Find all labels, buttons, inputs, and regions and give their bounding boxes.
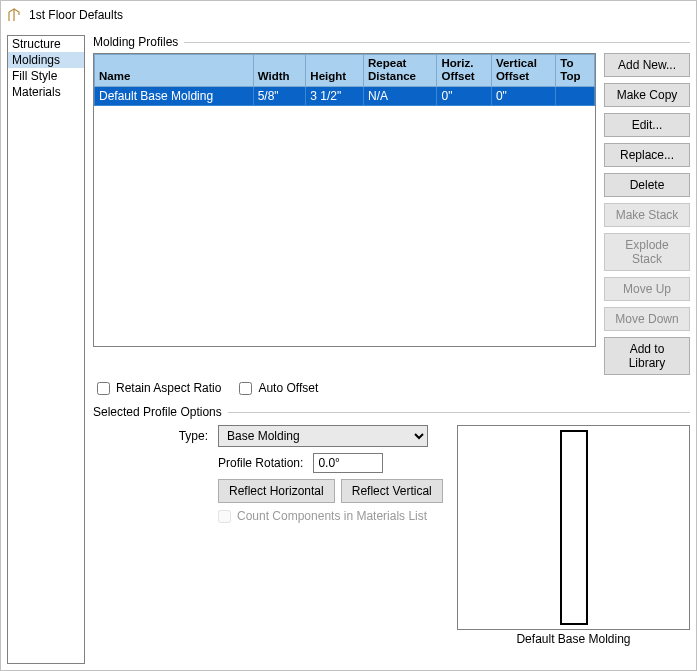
make-stack-button: Make Stack	[604, 203, 690, 227]
cell-repeat[interactable]: N/A	[364, 87, 437, 106]
app-icon	[7, 7, 23, 23]
cell-hoff[interactable]: 0"	[437, 87, 491, 106]
cell-width[interactable]: 5/8"	[253, 87, 306, 106]
group-divider	[184, 42, 690, 43]
col-height[interactable]: Height	[306, 55, 364, 87]
dialog-window: 1st Floor Defaults Structure Moldings Fi…	[0, 0, 697, 671]
profile-buttons: Add New... Make Copy Edit... Replace... …	[604, 53, 690, 375]
cell-name[interactable]: Default Base Molding	[95, 87, 254, 106]
count-components-label: Count Components in Materials List	[237, 509, 427, 523]
retain-aspect-checkbox[interactable]: Retain Aspect Ratio	[97, 381, 221, 395]
reflect-vertical-button[interactable]: Reflect Vertical	[341, 479, 443, 503]
sidebar-item-structure[interactable]: Structure	[8, 36, 84, 52]
make-copy-button[interactable]: Make Copy	[604, 83, 690, 107]
group-divider	[228, 412, 690, 413]
molding-profiles-group: Molding Profiles Name Width Height Repea…	[93, 35, 690, 397]
retain-aspect-label: Retain Aspect Ratio	[116, 381, 221, 395]
table-row[interactable]: Default Base Molding 5/8" 3 1/2" N/A 0" …	[95, 87, 595, 106]
preview-caption: Default Base Molding	[457, 630, 690, 646]
replace-button[interactable]: Replace...	[604, 143, 690, 167]
cell-voff[interactable]: 0"	[491, 87, 555, 106]
sidebar-item-fill-style[interactable]: Fill Style	[8, 68, 84, 84]
profile-preview: Default Base Molding	[457, 425, 690, 646]
col-hoff[interactable]: Horiz.Offset	[437, 55, 491, 87]
col-voff[interactable]: VerticalOffset	[491, 55, 555, 87]
col-totop[interactable]: ToTop	[556, 55, 595, 87]
cell-height[interactable]: 3 1/2"	[306, 87, 364, 106]
col-repeat[interactable]: RepeatDistance	[364, 55, 437, 87]
type-label: Type:	[93, 429, 208, 443]
auto-offset-input[interactable]	[239, 382, 252, 395]
count-components-checkbox: Count Components in Materials List	[218, 509, 447, 523]
delete-button[interactable]: Delete	[604, 173, 690, 197]
molding-shape-icon	[560, 430, 588, 625]
count-components-input	[218, 510, 231, 523]
col-width[interactable]: Width	[253, 55, 306, 87]
preview-box	[457, 425, 690, 630]
window-title: 1st Floor Defaults	[29, 8, 123, 22]
profiles-grid[interactable]: Name Width Height RepeatDistance Horiz.O…	[93, 53, 596, 347]
molding-profiles-label: Molding Profiles	[93, 35, 178, 49]
add-to-library-button[interactable]: Add to Library	[604, 337, 690, 375]
cell-totop[interactable]	[556, 87, 595, 106]
auto-offset-checkbox[interactable]: Auto Offset	[239, 381, 318, 395]
selected-profile-label: Selected Profile Options	[93, 405, 222, 419]
sidebar-item-materials[interactable]: Materials	[8, 84, 84, 100]
reflect-horizontal-button[interactable]: Reflect Horizontal	[218, 479, 335, 503]
rotation-input[interactable]	[313, 453, 383, 473]
move-up-button: Move Up	[604, 277, 690, 301]
table-header-row: Name Width Height RepeatDistance Horiz.O…	[95, 55, 595, 87]
rotation-label: Profile Rotation:	[218, 456, 303, 470]
sidebar-item-moldings[interactable]: Moldings	[8, 52, 84, 68]
move-down-button: Move Down	[604, 307, 690, 331]
add-new-button[interactable]: Add New...	[604, 53, 690, 77]
titlebar: 1st Floor Defaults	[1, 1, 696, 29]
retain-aspect-input[interactable]	[97, 382, 110, 395]
auto-offset-label: Auto Offset	[258, 381, 318, 395]
type-select[interactable]: Base Molding	[218, 425, 428, 447]
explode-stack-button: Explode Stack	[604, 233, 690, 271]
category-sidebar: Structure Moldings Fill Style Materials	[7, 35, 85, 664]
edit-button[interactable]: Edit...	[604, 113, 690, 137]
selected-profile-group: Selected Profile Options Type: Base Mold…	[93, 405, 690, 646]
col-name[interactable]: Name	[95, 55, 254, 87]
